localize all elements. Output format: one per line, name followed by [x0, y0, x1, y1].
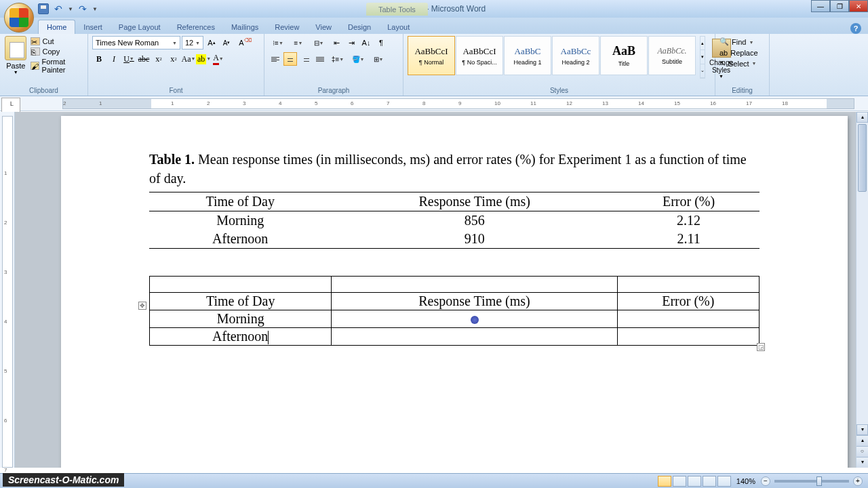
undo-icon[interactable]: ↶	[54, 3, 62, 14]
paste-button[interactable]: Paste ▼	[4, 36, 28, 75]
style-item[interactable]: AaBbCcI¶ No Spaci...	[456, 36, 503, 75]
quick-access-toolbar: ↶▼ ↷ ▼	[38, 3, 98, 14]
style-item[interactable]: AaBbCcI¶ Normal	[408, 36, 455, 75]
tab-mailings[interactable]: Mailings	[223, 20, 267, 34]
align-center-button[interactable]	[283, 52, 297, 66]
qat-customize[interactable]: ▼	[92, 6, 98, 12]
table-row[interactable]: Afternoon	[150, 328, 760, 346]
tab-insert[interactable]: Insert	[75, 20, 111, 34]
scrollbar-vertical[interactable]: ▴ ▾ ▴ ○ ▾	[856, 112, 868, 468]
subscript-button[interactable]: x2	[152, 52, 165, 66]
font-size-select[interactable]: 12▼	[182, 36, 203, 49]
justify-button[interactable]	[313, 52, 327, 66]
outline-view[interactable]	[703, 476, 716, 487]
close-button[interactable]: ✕	[849, 0, 868, 12]
show-marks-button[interactable]: ¶	[374, 36, 388, 49]
zoom-out-button[interactable]: −	[761, 476, 770, 486]
table-header[interactable]: Response Time (ms)	[332, 293, 617, 310]
style-item[interactable]: AaBbCcHeading 2	[552, 36, 599, 75]
borders-button[interactable]: ⊞▼	[369, 52, 388, 66]
tab-selector[interactable]: └	[1, 98, 20, 113]
scroll-thumb[interactable]	[858, 124, 867, 192]
office-button[interactable]	[4, 3, 34, 33]
tab-page-layout[interactable]: Page Layout	[111, 20, 169, 34]
superscript-button[interactable]: x2	[167, 52, 180, 66]
next-page-button[interactable]: ▾	[856, 457, 868, 468]
style-item[interactable]: AaBTitle	[600, 36, 648, 75]
zoom-in-button[interactable]: +	[853, 476, 863, 486]
cut-button[interactable]: ✂Cut	[31, 37, 83, 45]
font-color-button[interactable]: A▼	[212, 52, 225, 66]
help-icon[interactable]: ?	[850, 23, 861, 34]
browse-object-button[interactable]: ○	[856, 446, 868, 457]
maximize-button[interactable]: ❐	[830, 0, 849, 12]
numbering-button[interactable]: ≡▼	[289, 36, 308, 49]
scroll-down-button[interactable]: ▾	[856, 424, 868, 435]
ruler-vertical[interactable]: 1234567	[0, 112, 15, 468]
redo-icon[interactable]: ↷	[79, 3, 87, 14]
select-button[interactable]: ↖Select ▼	[719, 59, 765, 68]
dec-indent-button[interactable]: ⇤	[330, 36, 343, 49]
inc-indent-button[interactable]: ⇥	[344, 36, 358, 49]
align-left-button[interactable]	[269, 52, 282, 66]
zoom-slider-thumb[interactable]	[816, 476, 822, 486]
highlight-button[interactable]: ab▼	[197, 52, 210, 66]
table-header[interactable]: Error (%)	[618, 192, 760, 211]
print-layout-view[interactable]	[658, 476, 671, 487]
gallery-scroll[interactable]: ▴▾⌄	[700, 36, 705, 79]
table-resize-handle[interactable]: ◲	[757, 343, 765, 351]
multilevel-button[interactable]: ⊟▼	[309, 36, 328, 49]
change-case-button[interactable]: Aa▼	[182, 52, 195, 66]
table-row[interactable]: Morning	[150, 310, 760, 328]
minimize-button[interactable]: —	[811, 0, 830, 12]
table-row[interactable]: Morning8562.12	[149, 211, 760, 230]
draft-view[interactable]	[717, 476, 731, 487]
prev-page-button[interactable]: ▴	[856, 435, 868, 446]
italic-button[interactable]: I	[107, 52, 121, 66]
font-name-select[interactable]: Times New Roman▼	[92, 36, 180, 49]
tab-home[interactable]: Home	[38, 20, 75, 34]
save-icon[interactable]	[38, 3, 49, 14]
full-screen-view[interactable]	[673, 476, 686, 487]
table-row[interactable]: Afternoon9102.11	[149, 230, 760, 249]
copy-button[interactable]: ⎘Copy	[31, 47, 83, 56]
tab-design[interactable]: Design	[340, 20, 379, 34]
shrink-font-button[interactable]: A▾	[220, 36, 233, 49]
sort-button[interactable]: A↓	[359, 36, 373, 49]
bullets-button[interactable]: ⁝≡▼	[269, 36, 288, 49]
table-move-handle[interactable]: ✥	[138, 302, 146, 310]
grow-font-button[interactable]: A▴	[205, 36, 218, 49]
tab-view[interactable]: View	[307, 20, 340, 34]
web-layout-view[interactable]	[688, 476, 701, 487]
page[interactable]: Table 1. Mean response times (in millise…	[61, 116, 848, 468]
strike-button[interactable]: abc	[137, 52, 151, 66]
table-header[interactable]: Response Time (ms)	[331, 192, 618, 211]
zoom-percent[interactable]: 140%	[736, 477, 755, 485]
title-bar: ↶▼ ↷ ▼ Document1 - Microsoft Word Table …	[0, 0, 868, 18]
edit-table[interactable]: Time of DayResponse Time (ms)Error (%) M…	[149, 276, 760, 346]
zoom-slider[interactable]	[774, 480, 849, 483]
scroll-up-button[interactable]: ▴	[856, 112, 868, 123]
underline-button[interactable]: U▼	[122, 52, 136, 66]
undo-drop[interactable]: ▼	[68, 6, 73, 12]
clear-format-button[interactable]: A⌫	[235, 36, 248, 49]
bold-button[interactable]: B	[92, 52, 106, 66]
format-painter-button[interactable]: 🖌Format Painter	[31, 58, 83, 74]
tab-references[interactable]: References	[169, 20, 223, 34]
apa-table[interactable]: Time of DayResponse Time (ms)Error (%) M…	[149, 192, 760, 249]
replace-button[interactable]: abReplace	[719, 49, 765, 57]
find-button[interactable]: 🔍Find ▼	[719, 37, 765, 47]
style-item[interactable]: AaBbCc.Subtitle	[648, 36, 696, 75]
table-header[interactable]: Time of Day	[149, 192, 331, 211]
shading-button[interactable]: 🪣▼	[349, 52, 368, 66]
status-bar: 140% − +	[0, 473, 868, 488]
align-right-button[interactable]	[298, 52, 312, 66]
window-controls: — ❐ ✕	[811, 0, 868, 12]
table-header[interactable]: Error (%)	[617, 293, 759, 310]
tab-review[interactable]: Review	[267, 20, 307, 34]
tab-layout[interactable]: Layout	[379, 20, 418, 34]
line-spacing-button[interactable]: ‡≡▼	[328, 52, 347, 66]
table-caption[interactable]: Table 1. Mean response times (in millise…	[149, 150, 760, 188]
style-item[interactable]: AaBbCHeading 1	[504, 36, 551, 75]
table-header[interactable]: Time of Day	[150, 293, 332, 310]
